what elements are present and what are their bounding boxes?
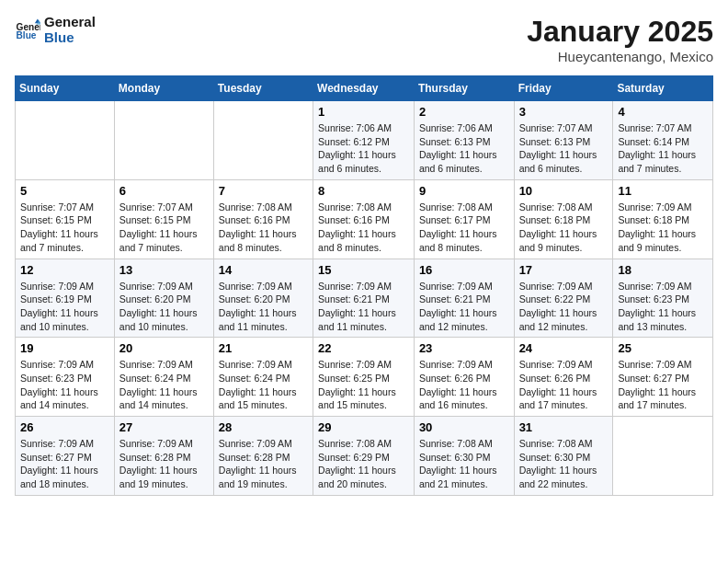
day-info: Sunrise: 7:09 AM Sunset: 6:19 PM Dayligh…	[20, 280, 109, 334]
day-number: 27	[119, 420, 209, 434]
day-number: 1	[318, 105, 409, 119]
calendar-cell: 22Sunrise: 7:09 AM Sunset: 6:25 PM Dayli…	[313, 338, 415, 417]
calendar-cell	[114, 101, 213, 180]
calendar-cell: 18Sunrise: 7:09 AM Sunset: 6:23 PM Dayli…	[613, 259, 713, 338]
calendar-cell: 21Sunrise: 7:09 AM Sunset: 6:24 PM Dayli…	[213, 338, 313, 417]
day-info: Sunrise: 7:06 AM Sunset: 6:13 PM Dayligh…	[419, 121, 509, 176]
col-header-monday: Monday	[114, 76, 213, 101]
calendar-cell: 10Sunrise: 7:08 AM Sunset: 6:18 PM Dayli…	[514, 179, 613, 259]
day-number: 12	[20, 263, 109, 277]
calendar-cell: 17Sunrise: 7:09 AM Sunset: 6:22 PM Dayli…	[514, 259, 613, 338]
calendar-subtitle: Hueycantenango, Mexico	[527, 49, 713, 64]
calendar-week-5: 26Sunrise: 7:09 AM Sunset: 6:27 PM Dayli…	[16, 417, 713, 496]
logo-general: General	[44, 15, 96, 30]
day-number: 2	[419, 105, 509, 119]
calendar-cell: 11Sunrise: 7:09 AM Sunset: 6:18 PM Dayli…	[613, 179, 713, 259]
calendar-cell: 1Sunrise: 7:06 AM Sunset: 6:12 PM Daylig…	[313, 101, 415, 180]
day-info: Sunrise: 7:08 AM Sunset: 6:30 PM Dayligh…	[419, 437, 509, 491]
calendar-cell	[213, 101, 313, 180]
day-info: Sunrise: 7:08 AM Sunset: 6:17 PM Dayligh…	[419, 201, 509, 255]
day-info: Sunrise: 7:09 AM Sunset: 6:24 PM Dayligh…	[119, 358, 209, 412]
day-info: Sunrise: 7:07 AM Sunset: 6:14 PM Dayligh…	[618, 121, 708, 176]
title-block: January 2025 Hueycantenango, Mexico	[527, 15, 713, 64]
calendar-week-4: 19Sunrise: 7:09 AM Sunset: 6:23 PM Dayli…	[16, 338, 713, 417]
day-info: Sunrise: 7:09 AM Sunset: 6:18 PM Dayligh…	[618, 201, 708, 255]
calendar-cell: 8Sunrise: 7:08 AM Sunset: 6:16 PM Daylig…	[313, 179, 415, 259]
calendar-cell: 7Sunrise: 7:08 AM Sunset: 6:16 PM Daylig…	[213, 179, 313, 259]
calendar-cell: 29Sunrise: 7:08 AM Sunset: 6:29 PM Dayli…	[313, 417, 415, 496]
col-header-tuesday: Tuesday	[213, 76, 313, 101]
calendar-cell: 9Sunrise: 7:08 AM Sunset: 6:17 PM Daylig…	[414, 179, 514, 259]
day-info: Sunrise: 7:09 AM Sunset: 6:22 PM Dayligh…	[519, 280, 609, 334]
day-number: 11	[618, 184, 708, 198]
day-info: Sunrise: 7:07 AM Sunset: 6:13 PM Dayligh…	[519, 121, 609, 176]
calendar-cell: 26Sunrise: 7:09 AM Sunset: 6:27 PM Dayli…	[16, 417, 115, 496]
day-info: Sunrise: 7:07 AM Sunset: 6:15 PM Dayligh…	[119, 201, 209, 255]
day-number: 22	[318, 341, 409, 355]
day-info: Sunrise: 7:08 AM Sunset: 6:30 PM Dayligh…	[519, 437, 609, 491]
page-header: General Blue General Blue January 2025 H…	[15, 15, 713, 64]
calendar-cell: 6Sunrise: 7:07 AM Sunset: 6:15 PM Daylig…	[114, 179, 213, 259]
day-info: Sunrise: 7:09 AM Sunset: 6:27 PM Dayligh…	[618, 358, 708, 412]
day-info: Sunrise: 7:09 AM Sunset: 6:24 PM Dayligh…	[219, 358, 308, 412]
col-header-saturday: Saturday	[613, 76, 713, 101]
day-number: 6	[119, 184, 209, 198]
calendar-title: January 2025	[527, 15, 713, 49]
day-info: Sunrise: 7:09 AM Sunset: 6:23 PM Dayligh…	[618, 280, 708, 334]
day-number: 3	[519, 105, 609, 119]
day-info: Sunrise: 7:08 AM Sunset: 6:16 PM Dayligh…	[318, 201, 409, 255]
day-info: Sunrise: 7:08 AM Sunset: 6:16 PM Dayligh…	[219, 201, 308, 255]
day-number: 20	[119, 341, 209, 355]
calendar-week-2: 5Sunrise: 7:07 AM Sunset: 6:15 PM Daylig…	[16, 179, 713, 259]
calendar-cell: 28Sunrise: 7:09 AM Sunset: 6:28 PM Dayli…	[213, 417, 313, 496]
day-number: 7	[219, 184, 308, 198]
day-info: Sunrise: 7:09 AM Sunset: 6:28 PM Dayligh…	[219, 437, 308, 491]
col-header-thursday: Thursday	[414, 76, 514, 101]
calendar-week-3: 12Sunrise: 7:09 AM Sunset: 6:19 PM Dayli…	[16, 259, 713, 338]
col-header-wednesday: Wednesday	[313, 76, 415, 101]
calendar-cell: 5Sunrise: 7:07 AM Sunset: 6:15 PM Daylig…	[16, 179, 115, 259]
day-number: 28	[219, 420, 308, 434]
calendar-cell: 30Sunrise: 7:08 AM Sunset: 6:30 PM Dayli…	[414, 417, 514, 496]
day-number: 16	[419, 263, 509, 277]
day-number: 14	[219, 263, 308, 277]
day-number: 24	[519, 341, 609, 355]
logo: General Blue General Blue	[15, 15, 96, 45]
day-number: 5	[20, 184, 109, 198]
calendar-cell: 4Sunrise: 7:07 AM Sunset: 6:14 PM Daylig…	[613, 101, 713, 180]
day-number: 26	[20, 420, 109, 434]
day-number: 23	[419, 341, 509, 355]
calendar-cell: 2Sunrise: 7:06 AM Sunset: 6:13 PM Daylig…	[414, 101, 514, 180]
day-info: Sunrise: 7:09 AM Sunset: 6:28 PM Dayligh…	[119, 437, 209, 491]
day-info: Sunrise: 7:09 AM Sunset: 6:27 PM Dayligh…	[20, 437, 109, 491]
calendar-cell: 13Sunrise: 7:09 AM Sunset: 6:20 PM Dayli…	[114, 259, 213, 338]
day-info: Sunrise: 7:08 AM Sunset: 6:29 PM Dayligh…	[318, 437, 409, 491]
day-number: 13	[119, 263, 209, 277]
calendar-cell	[16, 101, 115, 180]
day-number: 31	[519, 420, 609, 434]
logo-icon: General Blue	[15, 17, 40, 43]
calendar-cell: 16Sunrise: 7:09 AM Sunset: 6:21 PM Dayli…	[414, 259, 514, 338]
day-info: Sunrise: 7:09 AM Sunset: 6:26 PM Dayligh…	[419, 358, 509, 412]
calendar-week-1: 1Sunrise: 7:06 AM Sunset: 6:12 PM Daylig…	[16, 101, 713, 180]
day-info: Sunrise: 7:06 AM Sunset: 6:12 PM Dayligh…	[318, 121, 409, 176]
day-number: 9	[419, 184, 509, 198]
calendar-cell: 12Sunrise: 7:09 AM Sunset: 6:19 PM Dayli…	[16, 259, 115, 338]
calendar-cell: 27Sunrise: 7:09 AM Sunset: 6:28 PM Dayli…	[114, 417, 213, 496]
day-info: Sunrise: 7:08 AM Sunset: 6:18 PM Dayligh…	[519, 201, 609, 255]
calendar-cell: 20Sunrise: 7:09 AM Sunset: 6:24 PM Dayli…	[114, 338, 213, 417]
calendar-cell: 14Sunrise: 7:09 AM Sunset: 6:20 PM Dayli…	[213, 259, 313, 338]
day-number: 19	[20, 341, 109, 355]
day-number: 25	[618, 341, 708, 355]
calendar-header-row: SundayMondayTuesdayWednesdayThursdayFrid…	[16, 76, 713, 101]
day-number: 10	[519, 184, 609, 198]
svg-text:Blue: Blue	[17, 30, 37, 40]
calendar-cell	[613, 417, 713, 496]
calendar-cell: 3Sunrise: 7:07 AM Sunset: 6:13 PM Daylig…	[514, 101, 613, 180]
calendar-cell: 23Sunrise: 7:09 AM Sunset: 6:26 PM Dayli…	[414, 338, 514, 417]
day-info: Sunrise: 7:09 AM Sunset: 6:20 PM Dayligh…	[219, 280, 308, 334]
day-info: Sunrise: 7:09 AM Sunset: 6:26 PM Dayligh…	[519, 358, 609, 412]
day-info: Sunrise: 7:09 AM Sunset: 6:21 PM Dayligh…	[318, 280, 409, 334]
day-number: 18	[618, 263, 708, 277]
day-info: Sunrise: 7:09 AM Sunset: 6:25 PM Dayligh…	[318, 358, 409, 412]
